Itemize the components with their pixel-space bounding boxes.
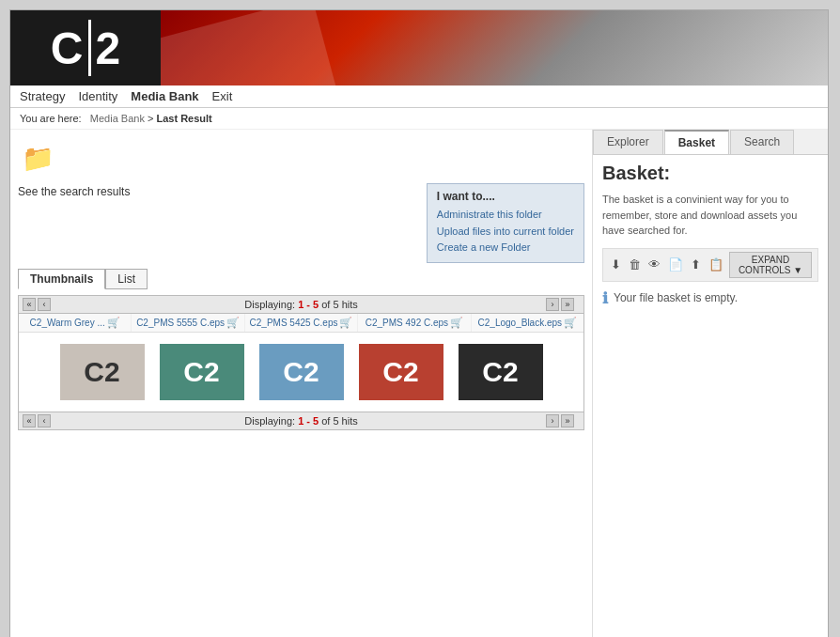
pag-prev-btn-bot[interactable]: ‹ — [38, 414, 51, 427]
pag-of-bot: of — [321, 415, 333, 427]
pagination-top: « ‹ Displaying: 1 - 5 of 5 hits › » — [19, 296, 583, 314]
thumb-item-1[interactable]: C 2 — [155, 340, 249, 404]
file-name-4: C2_Logo_Black.eps — [478, 318, 563, 328]
cart-icon-1[interactable]: 🛒 — [226, 317, 240, 329]
c2-c-letter-4: C — [482, 356, 503, 388]
want-to-administrate[interactable]: Administrate this folder — [437, 207, 574, 224]
pag-next-btn[interactable]: › — [546, 298, 559, 311]
nav-bar: Strategy Identity Media Bank Exit — [10, 85, 828, 108]
basket-empty-text: Your file basket is empty. — [614, 291, 738, 304]
logo-c-letter: C — [51, 23, 84, 74]
cart-icon-0[interactable]: 🛒 — [107, 317, 120, 329]
expand-controls-btn[interactable]: EXPAND CONTROLS ▼ — [729, 252, 812, 278]
cart-icon-2[interactable]: 🛒 — [339, 317, 352, 329]
right-tab-explorer[interactable]: Explorer — [593, 130, 663, 154]
basket-upload-btn[interactable]: ⬆ — [689, 256, 703, 272]
file-name-1: C2_PMS 5555 C.eps — [136, 318, 225, 328]
pag-hits-count-bot: 5 hits — [333, 415, 357, 427]
c2-logo-pms5555: C 2 — [160, 344, 244, 400]
pag-prev-btn[interactable]: ‹ — [38, 298, 51, 311]
see-results-label[interactable]: See the search results — [18, 185, 130, 198]
c2-2-letter-0: 2 — [104, 356, 120, 388]
c2-2-letter-3: 2 — [403, 356, 419, 388]
displaying-label: Displaying: — [244, 299, 295, 310]
info-icon: ℹ — [602, 289, 608, 307]
pag-nav-top-left: « ‹ — [23, 298, 51, 311]
logo-2-letter: 2 — [95, 23, 120, 74]
pag-range: 1 - 5 — [298, 299, 319, 310]
pag-range-bot: 1 - 5 — [298, 415, 319, 427]
tab-thumbnails[interactable]: Thumbnails — [18, 269, 105, 289]
file-name-cell-4[interactable]: C2_Logo_Black.eps 🛒 — [472, 314, 583, 332]
file-names-row: C2_Warm Grey ... 🛒 C2_PMS 5555 C.eps 🛒 C… — [19, 314, 583, 333]
right-tab-search[interactable]: Search — [730, 130, 794, 154]
nav-item-strategy[interactable]: Strategy — [20, 89, 65, 103]
nav-item-identity[interactable]: Identity — [78, 89, 117, 103]
file-name-3: C2_PMS 492 C.eps — [366, 318, 448, 328]
search-results-row: See the search results I want to.... Adm… — [18, 183, 584, 263]
right-tab-basket[interactable]: Basket — [664, 130, 729, 154]
cart-icon-3[interactable]: 🛒 — [450, 317, 463, 329]
pag-last-btn[interactable]: » — [561, 298, 574, 311]
thumb-item-2[interactable]: C 2 — [255, 340, 349, 404]
nav-item-mediabank[interactable]: Media Bank — [131, 89, 198, 103]
basket-empty-message: ℹ Your file basket is empty. — [602, 289, 818, 307]
view-tabs: Thumbnails List — [18, 269, 584, 289]
want-to-create-folder[interactable]: Create a new Folder — [437, 240, 574, 256]
want-to-box: I want to.... Administrate this folder U… — [427, 183, 584, 263]
breadcrumb: You are here: Media Bank > Last Result — [10, 108, 828, 130]
thumb-item-4[interactable]: C 2 — [454, 340, 548, 404]
left-panel: 📁 See the search results I want to.... A… — [10, 130, 593, 637]
breadcrumb-current: Last Result — [156, 113, 211, 124]
c2-2-letter-1: 2 — [204, 356, 220, 388]
basket-toolbar: ⬇ 🗑 👁 📄 ⬆ 📋 EXPAND CONTROLS ▼ — [602, 248, 818, 282]
c2-logo-pms5425: C 2 — [259, 344, 344, 400]
pag-last-btn-bot[interactable]: » — [561, 414, 574, 427]
pag-next-btn-bot[interactable]: › — [546, 414, 559, 427]
right-panel: Explorer Basket Search Basket: The baske… — [593, 130, 828, 637]
basket-view-btn[interactable]: 👁 — [646, 256, 662, 272]
c2-c-letter-3: C — [382, 356, 403, 388]
basket-description: The basket is a convinient way for you t… — [602, 192, 818, 239]
right-tabs: Explorer Basket Search — [593, 130, 828, 155]
thumb-item-3[interactable]: C 2 — [354, 340, 448, 404]
cart-icon-4[interactable]: 🛒 — [564, 317, 577, 329]
want-to-title: I want to.... — [437, 190, 574, 203]
file-name-cell-0[interactable]: C2_Warm Grey ... 🛒 — [19, 314, 132, 332]
file-name-2: C2_PMS 5425 C.eps — [250, 318, 338, 328]
c2-c-letter-1: C — [183, 356, 204, 388]
file-name-cell-1[interactable]: C2_PMS 5555 C.eps 🛒 — [132, 314, 244, 332]
displaying-label-bot: Displaying: — [244, 415, 295, 427]
breadcrumb-spacer — [85, 113, 87, 124]
file-name-cell-3[interactable]: C2_PMS 492 C.eps 🛒 — [358, 314, 471, 332]
pag-first-btn[interactable]: « — [23, 298, 36, 311]
pag-nav-bot-right: › » — [546, 414, 574, 427]
file-name-0: C2_Warm Grey ... — [30, 318, 105, 328]
pag-center-bot: Displaying: 1 - 5 of 5 hits — [56, 415, 546, 427]
basket-clipboard-btn[interactable]: 📋 — [707, 256, 725, 272]
c2-2-letter-4: 2 — [503, 356, 519, 388]
c2-logo-warmgrey: C 2 — [60, 344, 145, 400]
pagination-bottom: « ‹ Displaying: 1 - 5 of 5 hits › » — [19, 412, 583, 429]
c2-logo-pms492: C 2 — [359, 344, 443, 400]
want-to-upload[interactable]: Upload files into current folder — [437, 224, 574, 241]
breadcrumb-prefix: You are here: — [20, 113, 82, 124]
pag-of: of — [321, 299, 330, 310]
thumb-item-0[interactable]: C 2 — [55, 340, 149, 404]
pag-hits-count: 5 hits — [333, 299, 357, 310]
basket-doc-btn[interactable]: 📄 — [666, 256, 685, 272]
c2-c-letter-2: C — [283, 356, 303, 388]
tab-list[interactable]: List — [105, 269, 148, 289]
folder-icon: 📁 — [22, 143, 584, 174]
thumbnails-row: C 2 C 2 C 2 — [19, 333, 583, 412]
c2-2-letter-2: 2 — [303, 356, 319, 388]
pag-center-top: Displaying: 1 - 5 of 5 hits — [56, 299, 546, 310]
nav-item-exit[interactable]: Exit — [212, 89, 233, 103]
logo-box: C 2 — [10, 10, 161, 85]
breadcrumb-link[interactable]: Media Bank — [90, 113, 145, 124]
basket-download-btn[interactable]: ⬇ — [609, 256, 623, 272]
file-name-cell-2[interactable]: C2_PMS 5425 C.eps 🛒 — [245, 314, 358, 332]
pag-first-btn-bot[interactable]: « — [23, 414, 36, 427]
main-layout: 📁 See the search results I want to.... A… — [10, 130, 828, 637]
basket-delete-btn[interactable]: 🗑 — [627, 256, 643, 272]
